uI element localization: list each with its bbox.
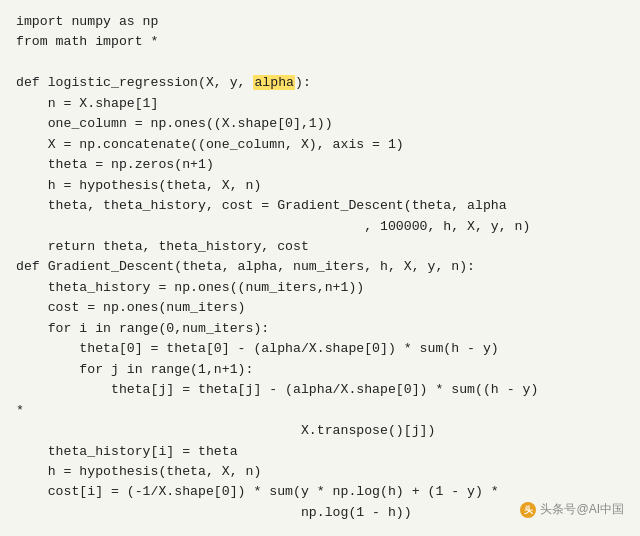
watermark-icon: 头 bbox=[520, 502, 536, 518]
code-container: import numpy as np from math import * de… bbox=[0, 0, 640, 536]
highlighted-alpha: alpha bbox=[253, 75, 295, 90]
code-block: import numpy as np from math import * de… bbox=[16, 12, 624, 523]
watermark-text: 头条号@AI中国 bbox=[540, 501, 624, 518]
watermark: 头 头条号@AI中国 bbox=[520, 501, 624, 518]
